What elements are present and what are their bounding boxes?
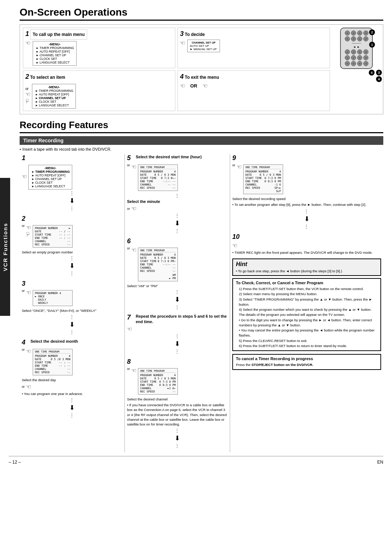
remote-btn-10: ⊙ — [351, 49, 356, 54]
check-item-5b: • You may cancel the entire program by p… — [236, 328, 377, 338]
rec-step-6: 6 or ☞ ONE TIME PROGRAM PROGRAM NUMBER4 … — [127, 237, 228, 310]
remote-btn-5: ⊙ — [345, 36, 350, 41]
screen-6-title: ONE TIME PROGRAM — [140, 249, 176, 252]
channel-menu: CHANNEL SET UP AUTO SET UP MANUAL SET UP — [187, 40, 220, 52]
dot-9b: ⋮ — [232, 224, 381, 229]
screen-row-4-start: START TIME-- : -- — [35, 361, 70, 364]
screen-row-2-date: DATE-- / -- — [35, 230, 70, 233]
rec-step-1: 1 ☞ -MENU- TIMER PROGRAMMING AUTO REPEAT… — [22, 154, 122, 211]
rec-step-num-2: 2 — [22, 215, 29, 223]
down-arrow-1: ⬇ — [22, 197, 122, 205]
down-arrow-7: ⬇ — [127, 340, 228, 348]
menu-item-2-5: LANGUAGE SELECT — [34, 103, 73, 107]
hand-icon-4b: ☞ — [203, 82, 208, 89]
remote-btn-2: ⊙ — [351, 30, 356, 36]
screen-box-8: ONE TIME PROGRAM PROGRAM NUMBER4 DATE0 5… — [138, 368, 178, 395]
recording-col-1: 1 ☞ -MENU- TIMER PROGRAMMING AUTO REPEAT… — [20, 154, 125, 452]
remote-diagram: ⊙ ⊙ ⊙ ⊙ ⊙ ⊙ ⊙ ⊙ ───── ◄ ► — [333, 28, 380, 82]
rec-step-9: 9 or ☞ ONE TIME PROGRAM PROGRAM NUMBER4 … — [232, 154, 381, 229]
rec-step-7-text: Repeat the procedure in steps 5 and 6 to… — [136, 314, 228, 324]
remote-btn-18: ⊙ — [351, 61, 356, 66]
rec-step-4-note: Select the desired day — [22, 378, 122, 382]
rec-step-4-text: Select the desired month — [30, 339, 78, 344]
screen-row-3-weekly: WEEKLY — [35, 301, 70, 305]
ops-step-1: 1 To call up the main menu ☞ -MENU- TIME… — [23, 28, 175, 68]
or-label-rec-4: or — [22, 348, 25, 351]
remote-btn-11: ⊙ — [357, 49, 362, 54]
menu-rec-1-auto: AUTO REPEAT [OFF] — [31, 174, 70, 177]
screen-row-3-pgm: PROGRAM NUMBER 4 — [35, 292, 70, 295]
dot-4: ⋮ — [22, 397, 122, 403]
screen-row-9-rec: REC SPEEDSP←► — [245, 186, 281, 190]
channel-manual: MANUAL SET UP — [190, 48, 217, 51]
dot-5b: ⋮ — [127, 213, 228, 219]
hand-rec-5b: ☞ — [131, 205, 136, 212]
screen-row-2-start: START TIME-- : -- — [35, 233, 70, 236]
on-screen-section: 1 To call up the main menu ☞ -MENU- TIME… — [20, 24, 383, 114]
screen-box-6: ONE TIME PROGRAM PROGRAM NUMBER4 DATE0 5… — [138, 248, 178, 281]
page: VCR Functions On-Screen Operations 1 To … — [0, 0, 392, 471]
rec-step-2-note: Select an empty program number — [22, 250, 122, 254]
screen-9-title: ONE TIME PROGRAM — [245, 166, 281, 169]
rec-step-6-note: Select "AM" or "PM" — [127, 284, 228, 288]
screen-row-9-pgm: PROGRAM NUMBER4 — [245, 170, 281, 173]
hand-rec-2a: ☞ — [26, 224, 31, 231]
screen-box-4: ONE TIME PROGRAM PROGRAM NUMBER4 DATE0 5… — [33, 349, 73, 375]
dot-1b: ⋮ — [22, 205, 122, 211]
check-item-2: 2) Select main menu by pressing the MENU… — [236, 292, 377, 297]
check-item-3: 3) Select "TIMER PROGRAMMING" by pressin… — [236, 297, 377, 307]
cancel-timer-title: To cancel a Timer Recording in progress — [236, 357, 377, 361]
dot-5c: ⋮ — [127, 228, 228, 234]
cancel-timer-text: Press the STOP/EJECT button on the DVD/V… — [236, 362, 377, 367]
hand-rec-1: ☞ — [22, 173, 27, 180]
step-3-label: To decide — [185, 32, 205, 37]
hand-icon-1: ☞ — [25, 40, 30, 46]
remote-btn-20: ⊙ — [363, 61, 368, 66]
or-text-4: OR — [190, 83, 197, 89]
hand-rec-8: ☞ — [131, 367, 136, 374]
screen-9-slp: SLP — [245, 190, 281, 193]
dot-7b: ⋮ — [127, 349, 228, 354]
screen-row-6-rec: REC SPEED-- — [140, 269, 176, 273]
screen-row-6-pgm: PROGRAM NUMBER4 — [140, 253, 176, 256]
hand-rec-3: ☞ — [26, 289, 31, 296]
menu-title-rec-1: -MENU- — [31, 166, 70, 170]
step-num-3: 3 — [180, 30, 184, 37]
rec-step-num-8: 8 — [127, 358, 134, 366]
rec-step-3: 3 or ☞ PROGRAM NUMBER 4 ► ONCE DAILY WEE… — [22, 280, 122, 335]
rec-step-5-minute: Select the minute — [127, 199, 228, 204]
dot-3: ⋮ — [22, 314, 122, 320]
menu-item-1-2: AUTO REPEAT [OFF] — [35, 50, 74, 53]
screen-row-8-ch: CHANNEL►1 6← — [140, 387, 176, 390]
screen-row-4-date: DATE0 5 /0 3 MON — [35, 358, 70, 361]
hand-rec-2b: ☟ — [26, 231, 30, 238]
rec-step-8-note2: • If you have connected the DVD/VCR to a… — [127, 403, 228, 427]
remote-btn-6: ⊙ — [351, 36, 356, 41]
check-item-6: 5) Press the CLEAR/C.RESET button to exi… — [236, 338, 377, 343]
dot-5: ⋮ — [127, 193, 228, 199]
screen-row-5-pgm: PROGRAM NUMBER4 — [140, 170, 176, 173]
screen-row-3-daily: DAILY — [35, 298, 70, 301]
timer-recording-header: Timer Recording — [20, 136, 383, 145]
screen-row-8-rec: REC SPEED-- — [140, 390, 176, 393]
remote-btn-7: ⊙ — [357, 36, 362, 41]
down-arrow-6: ⬇ — [127, 296, 228, 304]
screen-row-4-rec: REC SPEED-- — [35, 371, 70, 374]
remote-btn-8: ⊙ — [363, 36, 368, 41]
rec-step-num-4: 4 — [22, 339, 29, 346]
screen-row-9-date: DATE0 5 / 0 3 MON — [245, 173, 281, 176]
screen-row-8-pgm: PROGRAM NUMBER4 — [140, 374, 176, 377]
cancel-timer-box: To cancel a Timer Recording in progress … — [232, 354, 381, 370]
screen-row-5-end: END TIME--:-- -- — [140, 180, 176, 183]
dot-2b: ⋮ — [22, 270, 122, 276]
step-1-label: To call up the main menu — [30, 29, 87, 40]
insert-tape-note: Insert a tape with its record tab into t… — [20, 147, 383, 151]
screen-row-6-ch: CHANNEL-- — [140, 266, 176, 269]
or-label-rec-8: or — [127, 367, 130, 371]
rec-step-4: 4 Select the desired month or ☞ ONE TIME… — [22, 339, 122, 418]
step-num-4: 4 — [180, 73, 184, 80]
menu-rec-1-clock: CLOCK SET — [31, 181, 70, 184]
menu-item-1-3: CHANNEL SET UP — [35, 53, 74, 57]
hand-icon-4a: ☞ — [180, 82, 185, 89]
or-label-rec-6: or — [127, 247, 130, 250]
